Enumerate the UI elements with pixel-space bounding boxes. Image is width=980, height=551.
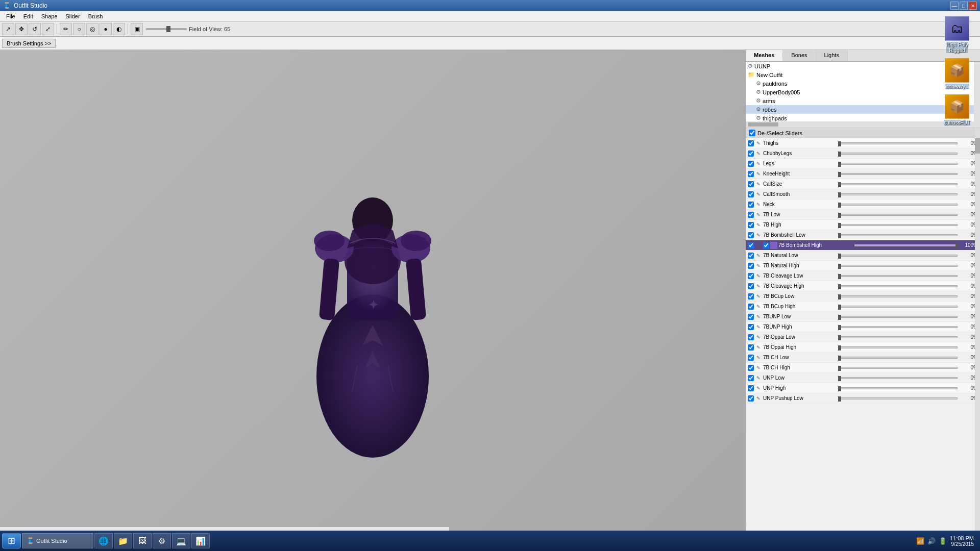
slider-track-container-5[interactable] [839, 192, 958, 196]
slider-check-6[interactable] [748, 202, 754, 208]
slider-check-22[interactable] [748, 365, 754, 371]
slider-thumb-23[interactable] [838, 376, 841, 381]
slider-thumb-9[interactable] [838, 233, 841, 238]
slider-check-5[interactable] [748, 191, 754, 197]
slider-check-10[interactable] [748, 242, 754, 248]
sliders-scrollbar[interactable] [975, 128, 980, 539]
slider-check-2[interactable] [748, 161, 754, 167]
slider-row-7b-high[interactable]: ✎ 7B High 0% [746, 220, 980, 230]
slider-check-9[interactable] [748, 232, 754, 238]
slider-track-container-22[interactable] [839, 366, 958, 370]
slider-track-container-12[interactable] [839, 264, 958, 268]
slider-check-8[interactable] [748, 222, 754, 228]
slider-check-15[interactable] [748, 293, 754, 299]
slider-row-calfsmooth[interactable]: ✎ CalfSmooth 0% [746, 189, 980, 199]
slider-track-container-20[interactable] [839, 345, 958, 349]
slider-check-14[interactable] [748, 283, 754, 289]
menu-shape[interactable]: Shape [37, 12, 62, 20]
tool-brush5[interactable]: ◐ [113, 23, 125, 35]
slider-track-container-11[interactable] [839, 254, 958, 258]
desktop-icon-isoheavy[interactable]: 📦 isoheavy... [937, 58, 977, 89]
tool-brush2[interactable]: ○ [73, 23, 85, 35]
taskbar-explorer[interactable]: 🌐 [94, 533, 113, 548]
viewport-canvas[interactable]: ✦ [0, 50, 745, 539]
slider-thumb-17[interactable] [838, 315, 841, 320]
minimize-button[interactable]: — [950, 2, 959, 10]
tree-hscroll-thumb[interactable] [748, 122, 778, 127]
slider-track-container-21[interactable] [839, 356, 958, 360]
fov-track[interactable] [146, 28, 187, 30]
slider-row-unp-high[interactable]: ✎ UNP High 0% [746, 383, 980, 393]
slider-thumb-7[interactable] [838, 213, 841, 218]
deselect-checkbox[interactable] [749, 130, 755, 136]
brush-settings-button[interactable]: Brush Settings >> [2, 39, 56, 48]
slider-track-container-6[interactable] [839, 203, 958, 207]
slider-thumb-22[interactable] [838, 366, 841, 371]
slider-thumb-11[interactable] [838, 254, 841, 259]
slider-check-20[interactable] [748, 344, 754, 350]
slider-track-container-7[interactable] [839, 213, 958, 217]
slider-track-container-0[interactable] [839, 141, 958, 145]
systray-sound[interactable]: 🔊 [927, 537, 936, 545]
slider-track-container-18[interactable] [839, 325, 958, 329]
slider-track-container-14[interactable] [839, 284, 958, 288]
slider-thumb-21[interactable] [838, 356, 841, 361]
slider-check-1[interactable] [748, 151, 754, 157]
slider-check-11[interactable] [748, 253, 754, 259]
tool-brush3[interactable]: ◎ [86, 23, 99, 35]
taskbar-app3[interactable]: 🖼 [133, 533, 152, 548]
slider-thumb-1[interactable] [838, 152, 841, 157]
close-button[interactable]: ✕ [969, 2, 977, 10]
desktop-icon-cutross[interactable]: 📦 cutrossFUT [937, 94, 977, 126]
slider-track-container-16[interactable] [839, 305, 958, 309]
slider-row-7b-bcup-low[interactable]: ✎ 7B BCup Low 0% [746, 291, 980, 302]
tab-lights[interactable]: Lights [816, 50, 848, 61]
menu-brush[interactable]: Brush [84, 12, 107, 20]
slider-track-container-24[interactable] [839, 386, 958, 390]
slider-check-3[interactable] [748, 171, 754, 177]
tool-rotate[interactable]: ↺ [29, 23, 41, 35]
slider-row-7b-cleavage-low[interactable]: ✎ 7B Cleavage Low 0% [746, 271, 980, 281]
menu-slider[interactable]: Slider [62, 12, 84, 20]
slider-check-0[interactable] [748, 140, 754, 146]
slider-check-12[interactable] [748, 263, 754, 269]
slider-thumb-10[interactable] [955, 243, 959, 248]
tool-transform[interactable]: ↗ [2, 23, 14, 35]
slider-thumb-19[interactable] [838, 335, 841, 340]
slider-row-chubbylegs[interactable]: ✎ ChubbyLegs 0% [746, 148, 980, 159]
menu-edit[interactable]: Edit [19, 12, 37, 20]
slider-track-container-15[interactable] [839, 294, 958, 298]
slider-track-container-3[interactable] [839, 172, 958, 176]
slider-track-container-1[interactable] [839, 152, 958, 156]
slider-check-21[interactable] [748, 355, 754, 361]
slider-row-neck[interactable]: ✎ Neck 0% [746, 199, 980, 210]
slider-row-7b-natural-high[interactable]: ✎ 7B Natural High 0% [746, 261, 980, 271]
slider-row-7b-bcup-high[interactable]: ✎ 7B BCup High 0% [746, 302, 980, 312]
sliders-scrollbar-thumb[interactable] [975, 138, 980, 154]
desktop-icon-highpoly[interactable]: 🗂 High PolyRigged [937, 16, 977, 53]
slider-thumb-13[interactable] [838, 274, 841, 279]
taskbar-app4[interactable]: ⚙ [153, 533, 171, 548]
tab-bones[interactable]: Bones [783, 50, 816, 61]
slider-thumb-18[interactable] [838, 325, 841, 330]
slider-track-container-23[interactable] [839, 376, 958, 380]
maximize-button[interactable]: □ [960, 2, 968, 10]
slider-row-7b-ch-low[interactable]: ✎ 7B CH Low 0% [746, 353, 980, 363]
fov-thumb[interactable] [166, 26, 170, 32]
slider-track-container-9[interactable] [839, 233, 958, 237]
slider-track-container-19[interactable] [839, 335, 958, 339]
slider-check-23[interactable] [748, 375, 754, 381]
taskbar-folder[interactable]: 📁 [114, 533, 132, 548]
slider-track-container-10[interactable] [854, 243, 958, 247]
slider-track-container-13[interactable] [839, 274, 958, 278]
slider-track-container-4[interactable] [839, 182, 958, 186]
tool-select[interactable]: ▣ [131, 23, 143, 35]
slider-thumb-0[interactable] [838, 141, 841, 146]
slider-row-calfsize[interactable]: ✎ CalfSize 0% [746, 179, 980, 189]
slider-thumb-14[interactable] [838, 284, 841, 289]
tool-scale[interactable]: ⤢ [42, 23, 54, 35]
menu-file[interactable]: File [2, 12, 19, 20]
slider-thumb-6[interactable] [838, 203, 841, 208]
taskbar-app6[interactable]: 📊 [191, 533, 210, 548]
slider-row-legs[interactable]: ✎ Legs 0% [746, 159, 980, 169]
